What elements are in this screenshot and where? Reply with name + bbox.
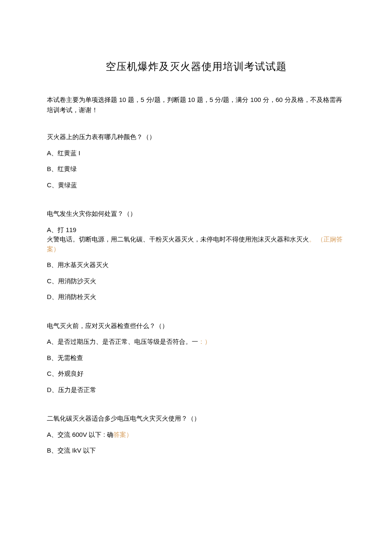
- q4-option-a: A、交流 600V 以下 : 确答案）: [47, 430, 345, 440]
- q2-a-dot: 。: [309, 235, 315, 243]
- question-3: 电气灭火前，应对灭火器检查些什么？（）: [47, 321, 345, 331]
- q4-a-text: A、交流 600V 以下 : 确: [47, 431, 113, 438]
- q2-a-body: 火警电话。切断电源，用二氧化碳、干粉灭火器灭火，未停电时不得使用泡沫灭火器和水灭…: [47, 235, 309, 243]
- q1-option-b: B、红黄绿: [47, 164, 345, 174]
- exam-title: 空压机爆炸及灭火器使用培训考试试题: [47, 60, 345, 73]
- q2-option-d: D、用消防栓灭火: [47, 292, 345, 302]
- question-1: 灭火器上的压力表有哪几种颜色？（）: [47, 132, 345, 142]
- q3-a-text: A、是否过期压力、是否正常、电压等级是否符合。一: [47, 338, 198, 345]
- question-2: 电气发生火灾你如何处置？（）: [47, 209, 345, 219]
- q2-option-b: B、用水基灭火器灭火: [47, 260, 345, 270]
- q3-a-answer-mark: ：）: [198, 338, 211, 345]
- q3-option-c: C、外观良好: [47, 369, 345, 379]
- q1-option-c: C、黄绿蓝: [47, 180, 345, 190]
- q2-option-c: C、用消防沙灭火: [47, 276, 345, 286]
- q3-option-d: D、压力是否正常: [47, 385, 345, 395]
- q1-option-a: A、红黄蓝 I: [47, 148, 345, 158]
- question-4: 二氧化碳灭火器适合多少电压电气火灾灭火使用？（）: [47, 414, 345, 424]
- q4-a-answer-mark: 答案）: [113, 431, 133, 438]
- q2-a-prefix: A、打 119: [47, 226, 76, 233]
- q3-option-b: B、无需检查: [47, 353, 345, 363]
- q2-option-a: A、打 119 火警电话。切断电源，用二氧化碳、干粉灭火器灭火，未停电时不得使用…: [47, 225, 345, 254]
- q4-option-b: B、交流 IkV 以下: [47, 446, 345, 456]
- q3-option-a: A、是否过期压力、是否正常、电压等级是否符合。一：）: [47, 337, 345, 347]
- exam-intro: 本试卷主要为单项选择题 10 题，5 分/题，判断题 10 题，5 分/题，满分…: [47, 95, 345, 115]
